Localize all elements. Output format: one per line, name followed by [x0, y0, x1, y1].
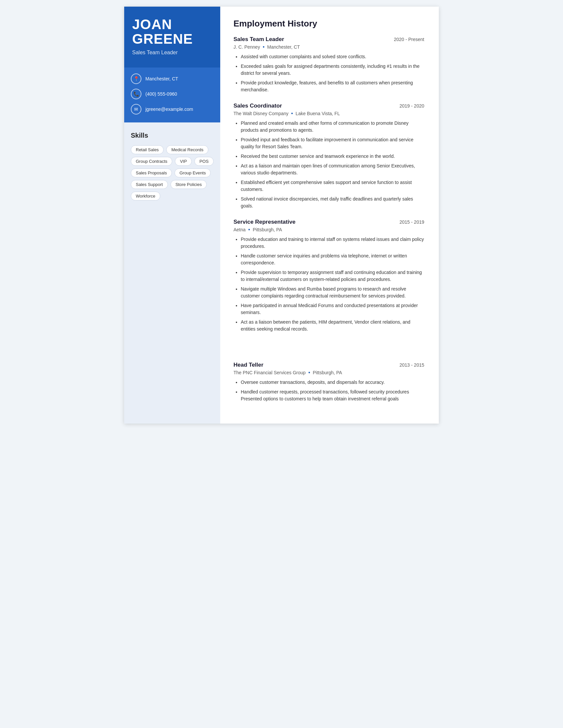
employment-history-title: Employment History	[233, 19, 424, 29]
company-bullet: •	[291, 111, 293, 116]
name-line1: JOAN	[132, 17, 172, 32]
name-line2: GREENE	[132, 31, 193, 47]
phone-item: 📞 (400) 555-0960	[131, 89, 213, 99]
email-text: jgreene@example.com	[145, 107, 193, 112]
job-bullet-item: Received the best customer service and t…	[241, 153, 424, 160]
company-name: J. C. Penney	[233, 44, 260, 50]
job-dates: 2019 - 2020	[399, 103, 424, 109]
job-bullet-item: Act as a liaison between the patients, H…	[241, 319, 424, 333]
job-dates: 2013 - 2015	[399, 362, 424, 368]
job-header: Sales Team Leader2020 - Present	[233, 36, 424, 43]
job-company: The Walt Disney Company•Lake Buena Vista…	[233, 111, 424, 116]
skills-tags: Retail SalesMedical RecordsGroup Contrac…	[131, 145, 213, 201]
job-bullet-item: Oversee customer transactions, deposits,…	[241, 379, 424, 386]
job-company: J. C. Penney•Manchester, CT	[233, 44, 424, 50]
company-name: The Walt Disney Company	[233, 111, 289, 116]
job-header: Sales Coordinator2019 - 2020	[233, 103, 424, 109]
company-name: Aetna	[233, 227, 246, 232]
skills-heading: Skills	[131, 132, 213, 139]
candidate-name: JOAN GREENE	[132, 17, 212, 46]
job-bullet-item: Provide product knowledge, features, and…	[241, 79, 424, 93]
job-bullet-item: Handle customer service inquiries and pr…	[241, 252, 424, 266]
sidebar-contact: 📍 Manchester, CT 📞 (400) 555-0960 ✉ jgre…	[124, 68, 220, 122]
company-name: The PNC Financial Services Group	[233, 370, 306, 375]
phone-text: (400) 555-0960	[145, 91, 177, 97]
sidebar-skills: Skills Retail SalesMedical RecordsGroup …	[124, 122, 220, 424]
job-header: Service Representative2015 - 2019	[233, 219, 424, 225]
skill-tag: Workforce	[131, 192, 160, 201]
job-bullets: Planned and created emails and other for…	[233, 120, 424, 209]
job-bullet-item: Assisted with customer complaints and so…	[241, 53, 424, 60]
job-bullet-item: Established efficient yet comprehensive …	[241, 179, 424, 193]
job-block: Sales Team Leader2020 - PresentJ. C. Pen…	[233, 36, 424, 93]
location-item: 📍 Manchester, CT	[131, 73, 213, 84]
candidate-title: Sales Team Leader	[132, 50, 212, 56]
job-bullet-item: Act as a liaison and maintain open lines…	[241, 162, 424, 176]
job-dates: 2015 - 2019	[399, 219, 424, 225]
location-icon: 📍	[131, 73, 141, 84]
job-bullet-item: Have participated in annual Medicaid For…	[241, 302, 424, 316]
company-location: Pittsburgh, PA	[313, 370, 342, 375]
company-location: Pittsburgh, PA	[253, 227, 282, 232]
job-block: Head Teller2013 - 2015The PNC Financial …	[233, 362, 424, 402]
job-bullets: Provide education and training to intern…	[233, 236, 424, 333]
job-bullet-item: Exceeded sales goals for assigned depart…	[241, 63, 424, 77]
job-dates: 2020 - Present	[394, 37, 424, 42]
job-bullet-item: Provide supervision to temporary assignm…	[241, 269, 424, 283]
skill-tag: VIP	[175, 157, 192, 166]
skill-tag: Medical Records	[166, 145, 208, 154]
email-icon: ✉	[131, 104, 141, 114]
resume-container: JOAN GREENE Sales Team Leader 📍 Manchest…	[124, 7, 439, 424]
job-title: Sales Coordinator	[233, 103, 282, 109]
skill-tag: POS	[194, 157, 213, 166]
phone-icon: 📞	[131, 89, 141, 99]
job-bullet-item: Planned and created emails and other for…	[241, 120, 424, 134]
skill-tag: Sales Proposals	[131, 168, 172, 177]
job-bullet-item: Provide education and training to intern…	[241, 236, 424, 250]
job-block: Sales Coordinator2019 - 2020The Walt Dis…	[233, 103, 424, 209]
main-content: Employment History Sales Team Leader2020…	[220, 7, 439, 424]
sidebar-header: JOAN GREENE Sales Team Leader	[124, 7, 220, 68]
skill-tag: Group Contracts	[131, 157, 172, 166]
skill-tag: Group Events	[174, 168, 211, 177]
job-bullet-item: Navigate multiple Windows and Rumba base…	[241, 286, 424, 299]
email-item: ✉ jgreene@example.com	[131, 104, 213, 114]
company-bullet: •	[308, 370, 310, 376]
job-bullet-item: Handled customer requests, processed tra…	[241, 388, 424, 402]
job-bullets: Assisted with customer complaints and so…	[233, 53, 424, 93]
jobs-list: Sales Team Leader2020 - PresentJ. C. Pen…	[233, 36, 424, 402]
job-bullet-item: Provided input and feedback to facilitat…	[241, 136, 424, 150]
company-location: Manchester, CT	[267, 44, 300, 50]
job-title: Sales Team Leader	[233, 36, 284, 43]
job-company: The PNC Financial Services Group•Pittsbu…	[233, 370, 424, 376]
job-block: Service Representative2015 - 2019Aetna•P…	[233, 219, 424, 333]
company-bullet: •	[248, 227, 250, 233]
job-bullet-item: Solved national invoice discrepancies, m…	[241, 196, 424, 209]
skill-tag: Retail Sales	[131, 145, 164, 154]
skill-tag: Sales Support	[131, 180, 168, 189]
sidebar: JOAN GREENE Sales Team Leader 📍 Manchest…	[124, 7, 220, 424]
location-text: Manchester, CT	[145, 76, 178, 81]
job-bullets: Oversee customer transactions, deposits,…	[233, 379, 424, 402]
job-company: Aetna•Pittsburgh, PA	[233, 227, 424, 233]
job-title: Service Representative	[233, 219, 296, 225]
page-spacer	[233, 342, 424, 362]
company-bullet: •	[262, 44, 264, 50]
company-location: Lake Buena Vista, FL	[296, 111, 340, 116]
skill-tag: Store Policies	[170, 180, 207, 189]
job-header: Head Teller2013 - 2015	[233, 362, 424, 368]
job-title: Head Teller	[233, 362, 263, 368]
